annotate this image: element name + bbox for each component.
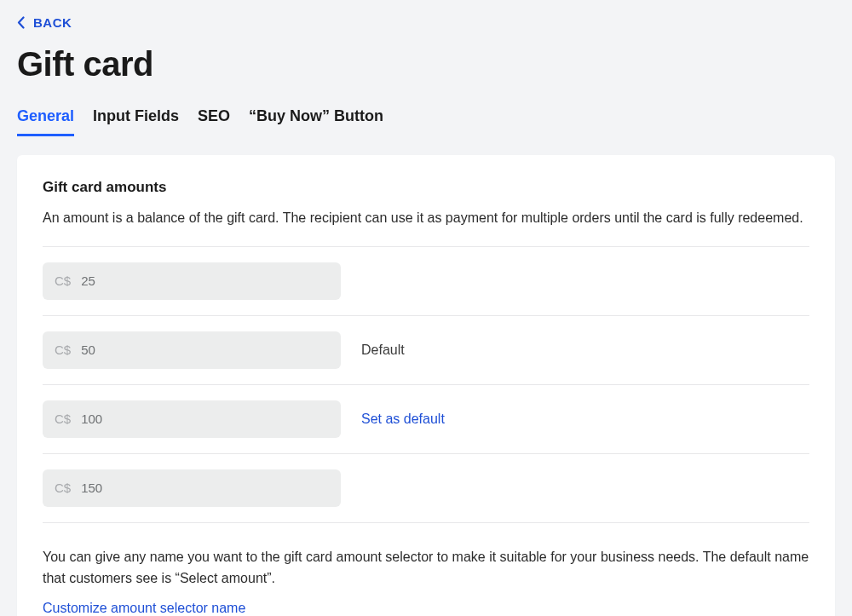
section-description: An amount is a balance of the gift card.… bbox=[43, 208, 809, 229]
tab-general[interactable]: General bbox=[17, 107, 74, 136]
currency-prefix: C$ bbox=[55, 343, 71, 357]
tab-seo[interactable]: SEO bbox=[198, 107, 230, 136]
amount-row: C$ bbox=[43, 453, 809, 522]
divider bbox=[43, 522, 809, 523]
page-title: Gift card bbox=[17, 45, 835, 83]
tabs: General Input Fields SEO “Buy Now” Butto… bbox=[17, 107, 835, 136]
currency-prefix: C$ bbox=[55, 481, 71, 495]
currency-prefix: C$ bbox=[55, 273, 71, 288]
amount-field[interactable] bbox=[81, 481, 329, 495]
amount-field[interactable] bbox=[81, 343, 329, 357]
chevron-left-icon bbox=[17, 16, 25, 29]
tab-buy-now-button[interactable]: “Buy Now” Button bbox=[249, 107, 383, 136]
back-button[interactable]: BACK bbox=[17, 15, 72, 30]
amount-input[interactable]: C$ bbox=[43, 331, 341, 369]
gift-card-amounts-card: Gift card amounts An amount is a balance… bbox=[17, 155, 835, 616]
amount-row: C$ bbox=[43, 246, 809, 315]
amount-row: C$ Set as default bbox=[43, 384, 809, 453]
currency-prefix: C$ bbox=[55, 412, 71, 426]
tab-input-fields[interactable]: Input Fields bbox=[93, 107, 179, 136]
footer-description: You can give any name you want to the gi… bbox=[43, 547, 809, 590]
amount-row: C$ Default bbox=[43, 315, 809, 384]
amount-input[interactable]: C$ bbox=[43, 262, 341, 300]
amount-field[interactable] bbox=[81, 273, 329, 288]
customize-selector-name-link[interactable]: Customize amount selector name bbox=[43, 601, 809, 616]
back-label: BACK bbox=[33, 15, 72, 30]
section-title: Gift card amounts bbox=[43, 179, 809, 196]
amount-input[interactable]: C$ bbox=[43, 400, 341, 438]
set-as-default-link[interactable]: Set as default bbox=[361, 412, 445, 427]
amount-input[interactable]: C$ bbox=[43, 469, 341, 507]
default-label: Default bbox=[361, 343, 405, 358]
amount-field[interactable] bbox=[81, 412, 329, 426]
